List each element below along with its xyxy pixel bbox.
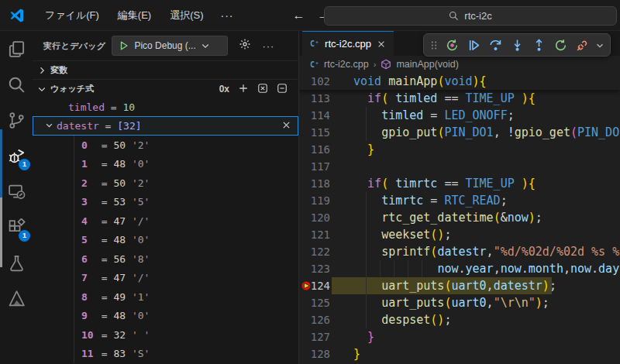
line-number[interactable]: 128 (299, 345, 330, 362)
chevron-right-icon (37, 66, 46, 75)
watch-array-item-1[interactable]: 1 = 48 '0' (33, 155, 298, 174)
menu-selection[interactable]: 選択(S) (160, 5, 212, 26)
title-bar: ファイル(F)編集(E)選択(S) ··· ← → rtc-i2c (0, 0, 620, 31)
activity-item-cmake[interactable] (0, 280, 33, 316)
line-number[interactable]: 122 (299, 243, 330, 260)
chevron-down-icon[interactable] (45, 120, 53, 132)
sidebar-more-icon[interactable]: ··· (262, 40, 274, 52)
command-center-search[interactable]: rtc-i2c (324, 6, 617, 26)
activity-bar: 11 (0, 31, 33, 364)
indent-guide (74, 211, 74, 231)
line-number[interactable]: 113 (299, 90, 330, 107)
watch-list: timled = 10datestr = [32]0 = 50 '2'1 = 4… (33, 98, 298, 363)
indent-guide (74, 155, 74, 174)
source-control-icon (8, 112, 26, 129)
start-debug-icon[interactable] (119, 40, 129, 51)
watch-array-item-10[interactable]: 10 = 32 ' ' (33, 325, 298, 345)
watch-entry-datestr[interactable]: datestr = [32] (33, 116, 298, 136)
line-number[interactable]: 118 (299, 175, 330, 192)
watch-array-item-2[interactable]: 2 = 50 '2' (33, 173, 298, 193)
line-number[interactable]: 120 (299, 209, 330, 226)
activity-item-explorer[interactable] (0, 31, 33, 67)
debug-toolbar (423, 33, 611, 57)
activity-item-search[interactable] (0, 67, 33, 102)
restart-icon[interactable] (551, 36, 570, 54)
menu-file[interactable]: ファイル(F) (36, 5, 108, 26)
debug-config-dropdown[interactable]: Pico Debug (... (112, 36, 228, 56)
code-line-125: 125 uart_puts(uart0,"\r\n"); (299, 294, 620, 311)
line-number[interactable]: 121 (299, 226, 330, 243)
watch-array-item-3[interactable]: 3 = 53 '5' (33, 193, 298, 212)
watch-array-item-0[interactable]: 0 = 50 '2' (33, 136, 298, 155)
breadcrumb-file[interactable]: rtc-i2c.cpp (324, 59, 369, 70)
code-area[interactable]: 102void mainApp(void){113 if( timled == … (299, 73, 620, 364)
indent-guide (74, 231, 74, 250)
variables-section-header[interactable]: 変数 (33, 60, 298, 79)
line-number[interactable]: 127 (299, 328, 330, 345)
indent-guide (74, 325, 74, 345)
chevron-down-icon (37, 84, 46, 94)
indent-guide (74, 345, 74, 364)
watch-array-item-7[interactable]: 7 = 47 '/' (33, 269, 298, 288)
cpp-file-icon: C⁺ (310, 60, 319, 69)
activity-item-remote-explorer[interactable] (0, 173, 33, 209)
vscode-logo-icon (9, 8, 25, 23)
watch-array-item-6[interactable]: 6 = 56 '8' (33, 249, 298, 269)
cpp-file-icon: C⁺ (310, 39, 319, 48)
step-out-icon[interactable] (529, 36, 548, 54)
watch-array-item-11[interactable]: 11 = 83 'S' (33, 345, 298, 364)
step-over-icon[interactable] (486, 36, 505, 54)
nav-back-icon[interactable]: ← (293, 9, 305, 22)
line-number[interactable]: 124 (299, 277, 330, 294)
watch-array-item-8[interactable]: 8 = 49 '1' (33, 287, 298, 307)
code-line-128: 128} (299, 345, 620, 362)
watch-entry-timled[interactable]: timled = 10 (33, 98, 298, 116)
watch-array-item-9[interactable]: 9 = 48 '0' (33, 307, 298, 326)
breadcrumb[interactable]: C⁺ rtc-i2c.cpp › mainApp(void) (299, 56, 620, 73)
activity-item-testing[interactable] (0, 245, 33, 280)
disconnect-icon[interactable] (573, 36, 591, 54)
line-number[interactable]: 125 (299, 294, 330, 311)
tab-rtc-i2c-cpp[interactable]: C⁺ rtc-i2c.cpp (302, 31, 394, 56)
code-line-114: 114 timled = LED_ONOFF; (299, 107, 620, 124)
add-expression-icon[interactable] (238, 83, 249, 95)
vscode-window: ファイル(F)編集(E)選択(S) ··· ← → rtc-i2c 11 実行と… (0, 0, 620, 364)
watch-array-item-4[interactable]: 4 = 47 '/' (33, 211, 298, 231)
menu-more-button[interactable]: ··· (213, 9, 242, 22)
chevron-down-icon[interactable] (594, 36, 605, 54)
watch-array-item-5[interactable]: 5 = 48 '0' (33, 231, 298, 250)
line-number[interactable]: 123 (299, 260, 330, 277)
breadcrumb-symbol[interactable]: mainApp(void) (396, 59, 459, 70)
close-icon[interactable] (377, 39, 386, 49)
line-number[interactable]: 119 (299, 192, 330, 209)
watch-section-header[interactable]: ウォッチ式 0x (33, 79, 298, 98)
indent-guide (74, 173, 74, 193)
remove-all-watch-icon[interactable] (257, 83, 268, 95)
remove-watch-icon[interactable] (281, 120, 291, 132)
line-number[interactable]: 126 (299, 311, 330, 328)
gear-icon[interactable] (239, 38, 251, 53)
collapse-all-icon[interactable] (277, 83, 288, 95)
line-number[interactable]: 115 (299, 124, 330, 141)
line-number[interactable]: 102 (299, 73, 330, 90)
activity-item-source-control[interactable] (0, 102, 33, 138)
menu-edit[interactable]: 編集(E) (108, 5, 160, 26)
indent-guide (74, 193, 74, 212)
activity-item-run-debug[interactable]: 1 (0, 138, 33, 173)
notification-badge: 1 (19, 230, 30, 242)
notification-badge: 1 (19, 159, 30, 170)
watch-section-title: ウォッチ式 (50, 83, 94, 94)
line-number[interactable]: 117 (299, 158, 330, 175)
code-line-113: 113 if( timled == TIME_UP ){ (299, 90, 620, 107)
hex-format-button[interactable]: 0x (219, 84, 229, 94)
code-line-115: 115 gpio_put(PIN_DO1, !gpio_get(PIN_DO1) (299, 124, 620, 141)
left-edge-strip-gray (0, 197, 2, 267)
line-number[interactable]: 116 (299, 141, 330, 158)
line-number[interactable]: 114 (299, 107, 330, 124)
step-into-icon[interactable] (508, 36, 526, 54)
reset-device-icon[interactable] (443, 36, 461, 54)
indent-guide (74, 249, 74, 269)
code-line-117: 117 (299, 158, 620, 175)
activity-item-extensions[interactable]: 1 (0, 209, 33, 245)
continue-icon[interactable] (464, 36, 483, 54)
